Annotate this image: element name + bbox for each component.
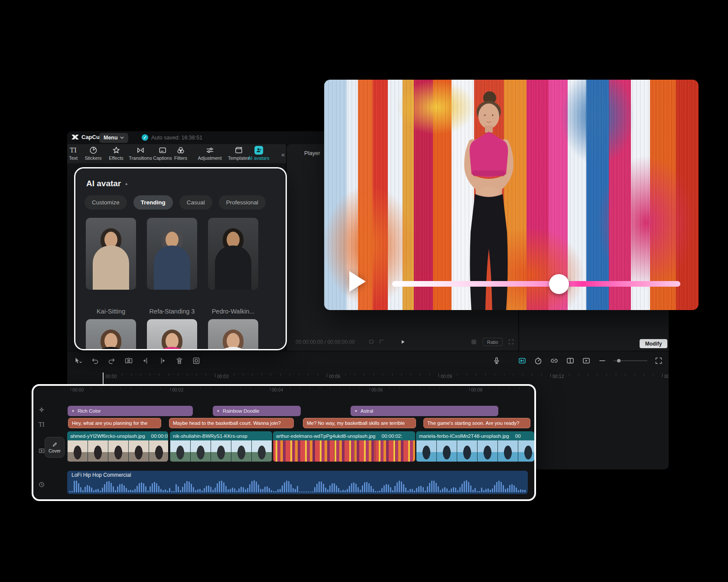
nav-tab-effects[interactable]: Effects: [109, 146, 123, 161]
mask-icon[interactable]: [192, 356, 201, 365]
collapse-panel-icon[interactable]: «: [279, 150, 287, 158]
waveform-bar: [95, 489, 97, 492]
timeline-zoom-panel: Cover LoFi Hip Hop Commercial TI00:0000:…: [32, 384, 536, 501]
nav-tab-transitions[interactable]: Transitions: [129, 146, 152, 161]
fullscreen-icon[interactable]: [508, 339, 514, 345]
avatar-card[interactable]: [86, 218, 136, 290]
progress-bar[interactable]: [392, 281, 680, 287]
link-icon[interactable]: [549, 356, 559, 365]
speed-icon[interactable]: [533, 356, 543, 365]
waveform-bar: [117, 486, 118, 492]
video-clip[interactable]: ahmed-yYI2Wf6rcko-unsplash.jpg00:00:02: [67, 431, 168, 462]
frame-grid-icon[interactable]: [471, 339, 477, 345]
waveform-bar: [132, 490, 133, 492]
video-clip[interactable]: mariela-ferbo-lCxolMn2T48-unsplash.jpg00: [416, 431, 534, 462]
menu-label: Menu: [104, 135, 118, 141]
play-button[interactable]: [400, 339, 406, 345]
redo-icon[interactable]: [107, 356, 117, 365]
nav-tab-templates[interactable]: Templates: [228, 146, 250, 161]
text-clip[interactable]: Me? No way, my basketball skills are ter…: [303, 418, 416, 428]
ruler-tick: [504, 374, 504, 375]
avatar-card[interactable]: [147, 218, 197, 290]
nav-tab-stickers[interactable]: Stickers: [84, 146, 101, 161]
cover-button[interactable]: Cover: [45, 437, 65, 458]
nav-tab-label: Text: [69, 155, 78, 161]
avatar-card[interactable]: [208, 319, 258, 350]
audio-track-icon: [36, 479, 47, 490]
waveform-bar: [236, 491, 237, 492]
waveform-bar: [474, 488, 476, 492]
modify-button[interactable]: Modify: [640, 339, 667, 348]
filter-chip-casual[interactable]: Casual: [179, 195, 212, 210]
ruler-tick: [336, 374, 337, 375]
audio-waveform: [69, 480, 526, 492]
waveform-bar: [197, 489, 198, 492]
ruler-time-label: 00:06: [329, 374, 340, 379]
waveform-bar: [472, 490, 474, 492]
filter-chip-customize[interactable]: Customize: [84, 195, 127, 210]
waveform-bar: [336, 485, 337, 492]
timeline-ruler[interactable]: 00:0000:0300:0600:0900:1200:15: [67, 372, 669, 382]
split-icon[interactable]: [124, 356, 133, 365]
undo-icon[interactable]: [90, 356, 100, 365]
ruler-tick: [449, 388, 450, 389]
nav-tab-ai-avatars[interactable]: AI avatars: [248, 146, 270, 161]
video-clip[interactable]: arthur-edelmans-wdTpPg4ukd8-unsplash.jpg…: [273, 431, 415, 462]
avatar-card[interactable]: [208, 218, 258, 290]
nav-tab-filters[interactable]: Filters: [174, 146, 187, 161]
play-overlay-button[interactable]: [349, 271, 366, 292]
audio-clip[interactable]: LoFi Hip Hop Commercial: [67, 471, 528, 494]
waveform-bar: [433, 481, 435, 492]
timeline-zoom-slider[interactable]: [614, 360, 647, 361]
ruler-tick: [159, 374, 159, 375]
avatar-card[interactable]: [147, 319, 197, 350]
zoom-out-icon[interactable]: [598, 356, 607, 365]
text-clip-content: Hey, what are you planning for the: [72, 420, 147, 426]
effect-clip[interactable]: Rich Color: [68, 406, 193, 416]
ruler-tick: [644, 374, 644, 375]
waveform-bar: [158, 486, 159, 492]
menu-button[interactable]: Menu: [99, 133, 128, 143]
collapse-up-icon[interactable]: ▲: [124, 181, 128, 186]
waveform-bar: [366, 482, 367, 492]
nav-tab-text[interactable]: TIText: [69, 146, 78, 161]
trim-right-icon[interactable]: [158, 356, 167, 365]
proportion-icon[interactable]: [379, 339, 385, 345]
text-clip[interactable]: The game's starting soon. Are you ready?: [423, 418, 530, 428]
progress-knob[interactable]: [549, 274, 569, 294]
auto-cut-icon[interactable]: [517, 356, 527, 365]
waveform-bar: [150, 486, 151, 492]
waveform-bar: [379, 491, 380, 492]
filter-chip-professional[interactable]: Professional: [219, 195, 266, 210]
filter-chip-trending[interactable]: Trending: [133, 195, 173, 210]
waveform-bar: [128, 490, 129, 492]
trim-left-icon[interactable]: [141, 356, 150, 365]
nav-tab-captions[interactable]: Captions: [153, 146, 172, 161]
video-clip[interactable]: nik-shuliahin-BWRyS1-KKrs-unsp: [170, 431, 272, 462]
avatar-card[interactable]: [86, 319, 136, 350]
waveform-bar: [290, 484, 292, 492]
screen-record-icon[interactable]: [582, 356, 591, 365]
avatar-outfit: [154, 246, 190, 290]
fit-icon[interactable]: [654, 356, 663, 365]
waveform-bar: [162, 490, 164, 492]
select-tool-icon[interactable]: [73, 356, 83, 365]
zoom-slider-knob[interactable]: [617, 359, 621, 362]
delete-icon[interactable]: [175, 356, 184, 365]
effect-clip[interactable]: Rainbow Doodle: [213, 406, 301, 416]
ruler-tick: [262, 374, 262, 375]
waveform-bar: [89, 486, 90, 492]
display-mode-icon[interactable]: [368, 339, 374, 345]
effect-clip[interactable]: Astral: [351, 406, 498, 416]
nav-tab-adjustment[interactable]: Adjustment: [198, 146, 221, 161]
split-screen-icon[interactable]: [566, 356, 575, 365]
ratio-button[interactable]: Ratio: [483, 338, 503, 346]
ruler-tick: [479, 388, 480, 389]
mic-icon[interactable]: [492, 356, 501, 365]
ruler-time-label: 00:04: [272, 387, 283, 392]
waveform-bar: [347, 489, 348, 492]
text-clip[interactable]: Hey, what are you planning for the: [68, 418, 161, 428]
waveform-bar: [477, 491, 478, 492]
text-clip[interactable]: Maybe head to the basketball court. Wann…: [169, 418, 294, 428]
effect-clip-label: Astral: [361, 408, 373, 414]
